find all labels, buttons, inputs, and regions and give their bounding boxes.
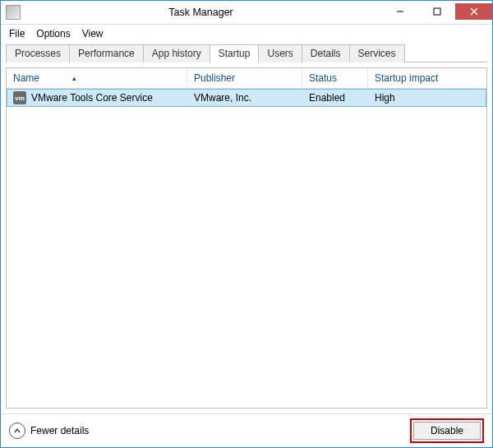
close-icon	[470, 7, 478, 16]
column-publisher[interactable]: Publisher	[187, 68, 302, 88]
menubar: File Options View	[1, 25, 492, 44]
minimize-button[interactable]	[381, 3, 418, 20]
titlebar: Task Manager	[1, 1, 492, 25]
tab-services[interactable]: Services	[349, 44, 405, 62]
svg-rect-1	[434, 8, 440, 15]
column-name-label: Name	[13, 72, 39, 84]
rows-container: vmVMware Tools Core ServiceVMware, Inc.E…	[7, 89, 486, 408]
window-title: Task Manager	[21, 7, 381, 18]
row-publisher: VMware, Inc.	[187, 92, 302, 104]
menu-options[interactable]: Options	[36, 28, 70, 39]
window-controls	[381, 3, 492, 21]
row-impact: High	[368, 92, 486, 104]
disable-button[interactable]: Disable	[413, 422, 481, 440]
footer: Fewer details Disable	[1, 413, 492, 447]
close-button[interactable]	[455, 3, 492, 20]
maximize-button[interactable]	[418, 3, 455, 20]
tab-app-history[interactable]: App history	[143, 44, 210, 62]
fewer-details-button[interactable]: Fewer details	[9, 423, 89, 439]
column-impact[interactable]: Startup impact	[368, 68, 486, 88]
minimize-icon	[396, 7, 404, 16]
column-headers: Name ▴ Publisher Status Startup impact	[7, 68, 486, 89]
column-status[interactable]: Status	[302, 68, 368, 88]
startup-list: Name ▴ Publisher Status Startup impact v…	[6, 67, 487, 409]
menu-file[interactable]: File	[9, 28, 25, 39]
maximize-icon	[433, 7, 441, 16]
sort-ascending-icon: ▴	[72, 74, 76, 82]
chevron-up-icon	[9, 423, 25, 439]
row-name: VMware Tools Core Service	[31, 92, 153, 104]
app-row-icon: vm	[13, 91, 26, 104]
row-status: Enabled	[302, 92, 368, 104]
task-manager-window: Task Manager File Options View Processes…	[0, 0, 493, 448]
tab-startup[interactable]: Startup	[210, 44, 260, 63]
column-name[interactable]: Name ▴	[7, 68, 187, 88]
tab-processes[interactable]: Processes	[6, 44, 70, 62]
tab-details[interactable]: Details	[302, 44, 350, 62]
menu-view[interactable]: View	[82, 28, 104, 39]
tab-performance[interactable]: Performance	[69, 44, 144, 62]
table-row[interactable]: vmVMware Tools Core ServiceVMware, Inc.E…	[7, 89, 486, 107]
tab-strip: Processes Performance App history Startu…	[1, 44, 492, 62]
tab-users[interactable]: Users	[258, 44, 302, 62]
app-icon	[6, 5, 21, 20]
disable-highlight: Disable	[410, 418, 484, 443]
fewer-details-label: Fewer details	[30, 425, 89, 436]
